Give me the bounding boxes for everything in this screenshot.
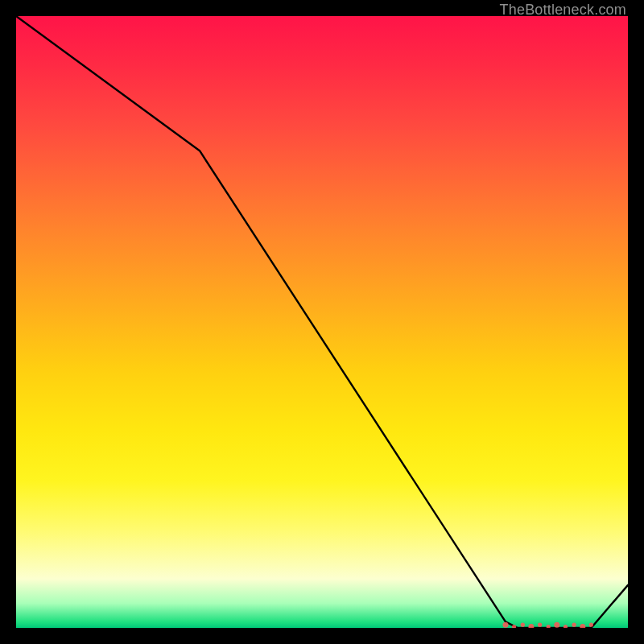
data-point-marker — [528, 624, 534, 628]
data-point-marker — [580, 624, 585, 628]
data-point-marker — [564, 625, 568, 628]
data-point-marker — [589, 623, 593, 627]
data-point-marker — [554, 622, 559, 628]
data-point-marker — [503, 622, 509, 628]
data-point-marker — [538, 623, 542, 627]
plot-area — [16, 16, 628, 628]
chart-frame: TheBottleneck.com — [0, 0, 644, 644]
data-point-marker — [547, 625, 551, 628]
curve-line — [16, 16, 628, 628]
chart-overlay — [16, 16, 628, 628]
data-point-marker — [572, 623, 576, 627]
data-point-marker — [521, 623, 525, 627]
